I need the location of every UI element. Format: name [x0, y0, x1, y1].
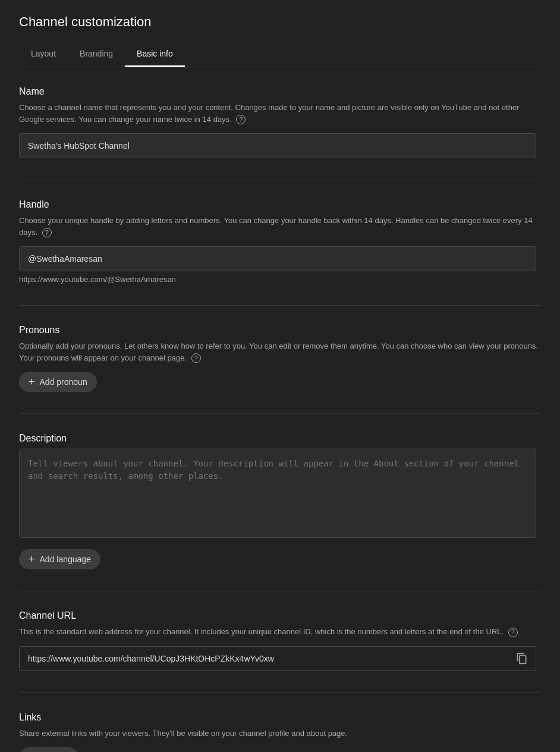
tab-layout[interactable]: Layout [19, 42, 68, 67]
name-section: Name Choose a channel name that represen… [19, 86, 541, 158]
pronouns-section-description: Optionally add your pronouns. Let others… [19, 340, 541, 364]
tabs-bar: Layout Branding Basic info [19, 42, 541, 67]
name-section-description: Choose a channel name that represents yo… [19, 102, 541, 125]
channel-url-wrapper [19, 646, 536, 671]
description-divider [19, 591, 541, 591]
channel-url-section: Channel URL This is the standard web add… [19, 610, 541, 671]
handle-help-icon[interactable]: ? [42, 228, 52, 237]
links-section-title: Links [19, 712, 541, 723]
page-container: Channel customization Layout Branding Ba… [0, 0, 560, 752]
handle-section-description: Choose your unique handle by adding lett… [19, 215, 541, 238]
handle-divider [19, 305, 541, 306]
handle-url-hint: https://www.youtube.com/@SwethaAmaresan [19, 275, 541, 284]
pronouns-divider [19, 413, 541, 414]
pronouns-section: Pronouns Optionally add your pronouns. L… [19, 325, 541, 392]
channel-url-help-icon[interactable]: ? [508, 628, 518, 637]
add-pronoun-plus-icon: + [29, 377, 35, 387]
add-pronoun-button[interactable]: + Add pronoun [19, 372, 97, 392]
page-title: Channel customization [19, 14, 541, 30]
add-language-button[interactable]: + Add language [19, 549, 100, 569]
add-language-plus-icon: + [29, 554, 35, 565]
description-textarea[interactable] [19, 449, 536, 538]
channel-url-section-title: Channel URL [19, 610, 541, 621]
copy-url-button[interactable] [514, 650, 530, 667]
add-link-button[interactable]: + Add link [19, 747, 78, 752]
pronouns-section-title: Pronouns [19, 325, 541, 336]
description-section: Description + Add language [19, 433, 541, 569]
handle-section-title: Handle [19, 199, 541, 210]
handle-input[interactable] [19, 246, 536, 271]
pronouns-help-icon[interactable]: ? [191, 353, 201, 363]
links-section-description: Share external links with your viewers. … [19, 728, 541, 740]
channel-url-section-description: This is the standard web address for you… [19, 626, 541, 638]
name-section-title: Name [19, 86, 541, 97]
tab-branding[interactable]: Branding [68, 42, 125, 67]
handle-section: Handle Choose your unique handle by addi… [19, 199, 541, 284]
links-section: Links Share external links with your vie… [19, 712, 541, 753]
description-section-title: Description [19, 433, 541, 444]
name-divider [19, 180, 541, 180]
channel-url-divider [19, 693, 541, 693]
tab-basic-info[interactable]: Basic info [125, 42, 185, 67]
name-input[interactable] [19, 133, 536, 158]
copy-icon [516, 653, 528, 665]
name-help-icon[interactable]: ? [236, 115, 246, 124]
channel-url-input [19, 646, 536, 671]
